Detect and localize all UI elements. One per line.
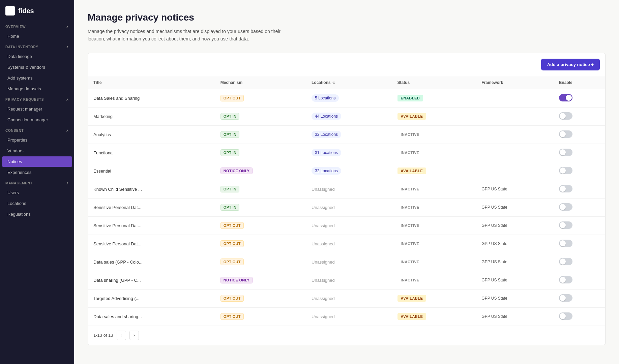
sidebar-item-properties[interactable]: Properties — [2, 135, 72, 145]
cell-framework: GPP US State — [476, 198, 554, 216]
cell-enable — [554, 253, 605, 271]
status-badge: AVAILABLE — [397, 113, 426, 120]
add-notice-button[interactable]: Add a privacy notice + — [541, 59, 600, 70]
sidebar-item-experiences[interactable]: Experiences — [2, 167, 72, 178]
enable-toggle[interactable] — [559, 94, 572, 101]
mechanism-badge: OPT IN — [220, 113, 239, 120]
cell-locations: 32 Locations — [306, 125, 392, 144]
enable-toggle[interactable] — [559, 276, 572, 283]
sidebar-section-data-inventory: DATA INVENTORY∧ — [0, 42, 74, 51]
sidebar-item-request-manager[interactable]: Request manager — [2, 104, 72, 114]
col-header-locations[interactable]: Locations⇅ — [306, 76, 392, 89]
cell-title: Known Child Sensitive ... — [88, 180, 215, 198]
pagination-label: 1-13 of 13 — [93, 333, 113, 338]
cell-status: INACTIVE — [392, 198, 476, 216]
sidebar-item-home[interactable]: Home — [2, 31, 72, 41]
enable-toggle[interactable] — [559, 221, 572, 229]
cell-mechanism: NOTICE ONLY — [215, 162, 306, 180]
enable-toggle[interactable] — [559, 112, 572, 120]
cell-mechanism: OPT IN — [215, 125, 306, 144]
cell-title: Sensitive Personal Dat... — [88, 216, 215, 235]
cell-mechanism: OPT IN — [215, 198, 306, 216]
pagination-prev[interactable]: ‹ — [117, 331, 126, 340]
cell-title: Sensitive Personal Dat... — [88, 235, 215, 253]
table-row[interactable]: Data sales and sharing...OPT OUTUnassign… — [88, 307, 605, 326]
sidebar-item-vendors[interactable]: Vendors — [2, 146, 72, 156]
table-row[interactable]: Sensitive Personal Dat...OPT OUTUnassign… — [88, 216, 605, 235]
sidebar-section-overview: OVERVIEW∧ — [0, 22, 74, 31]
status-badge: INACTIVE — [397, 277, 423, 283]
location-badge[interactable]: 5 Locations — [312, 94, 339, 102]
cell-mechanism: OPT OUT — [215, 253, 306, 271]
location-badge[interactable]: 31 Locations — [312, 149, 341, 156]
table-header-bar: Add a privacy notice + — [88, 53, 605, 76]
table-row[interactable]: Data Sales and SharingOPT OUT5 Locations… — [88, 89, 605, 107]
table-row[interactable]: EssentialNOTICE ONLY32 LocationsAVAILABL… — [88, 162, 605, 180]
cell-enable — [554, 162, 605, 180]
col-header-framework: Framework — [476, 76, 554, 89]
cell-status: INACTIVE — [392, 125, 476, 144]
enable-toggle[interactable] — [559, 185, 572, 192]
table-row[interactable]: Data sharing (GPP - C...NOTICE ONLYUnass… — [88, 271, 605, 289]
sidebar-section-privacy-requests: PRIVACY REQUESTS∧ — [0, 94, 74, 103]
cell-enable — [554, 271, 605, 289]
status-badge: INACTIVE — [397, 186, 423, 192]
sidebar: fides OVERVIEW∧HomeDATA INVENTORY∧Data l… — [0, 0, 74, 364]
table-row[interactable]: MarketingOPT IN44 LocationsAVAILABLE — [88, 107, 605, 125]
cell-mechanism: OPT IN — [215, 180, 306, 198]
cell-enable — [554, 125, 605, 144]
cell-mechanism: OPT OUT — [215, 289, 306, 307]
pagination: 1-13 of 13 ‹ › — [88, 326, 605, 345]
table-row[interactable]: Data sales (GPP - Colo...OPT OUTUnassign… — [88, 253, 605, 271]
status-badge: ENABLED — [397, 95, 423, 101]
cell-title: Analytics — [88, 125, 215, 144]
logo-text: fides — [18, 7, 34, 15]
sidebar-item-connection-manager[interactable]: Connection manager — [2, 115, 72, 125]
cell-status: INACTIVE — [392, 216, 476, 235]
sidebar-item-regulations[interactable]: Regulations — [2, 209, 72, 219]
status-badge: INACTIVE — [397, 131, 423, 138]
table-row[interactable]: Known Child Sensitive ...OPT INUnassigne… — [88, 180, 605, 198]
sidebar-item-systems-vendors[interactable]: Systems & vendors — [2, 62, 72, 72]
sidebar-item-manage-datasets[interactable]: Manage datasets — [2, 84, 72, 94]
enable-toggle[interactable] — [559, 312, 572, 320]
table-row[interactable]: AnalyticsOPT IN32 LocationsINACTIVE — [88, 125, 605, 144]
sidebar-item-data-lineage[interactable]: Data lineage — [2, 51, 72, 62]
status-badge: INACTIVE — [397, 259, 423, 265]
cell-locations: Unassigned — [306, 180, 392, 198]
cell-framework: GPP US State — [476, 289, 554, 307]
location-badge[interactable]: 32 Locations — [312, 167, 341, 175]
table-row[interactable]: Sensitive Personal Dat...OPT OUTUnassign… — [88, 235, 605, 253]
cell-enable — [554, 235, 605, 253]
enable-toggle[interactable] — [559, 203, 572, 211]
cell-locations: Unassigned — [306, 235, 392, 253]
mechanism-badge: NOTICE ONLY — [220, 168, 253, 174]
sidebar-item-locations[interactable]: Locations — [2, 198, 72, 209]
table-row[interactable]: Sensitive Personal Dat...OPT INUnassigne… — [88, 198, 605, 216]
enable-toggle[interactable] — [559, 294, 572, 302]
sidebar-item-notices[interactable]: Notices — [2, 156, 72, 167]
mechanism-badge: OPT IN — [220, 204, 239, 211]
mechanism-badge: OPT OUT — [220, 295, 244, 302]
col-header-mechanism: Mechanism — [215, 76, 306, 89]
enable-toggle[interactable] — [559, 149, 572, 156]
cell-title: Targeted Advertising (... — [88, 289, 215, 307]
cell-status: ENABLED — [392, 89, 476, 107]
cell-enable — [554, 144, 605, 162]
enable-toggle[interactable] — [559, 130, 572, 138]
enable-toggle[interactable] — [559, 167, 572, 174]
location-badge[interactable]: 44 Locations — [312, 113, 341, 120]
sidebar-item-users[interactable]: Users — [2, 187, 72, 198]
cell-locations: Unassigned — [306, 289, 392, 307]
enable-toggle[interactable] — [559, 240, 572, 247]
location-badge[interactable]: 32 Locations — [312, 131, 341, 138]
pagination-next[interactable]: › — [129, 331, 139, 340]
cell-mechanism: OPT IN — [215, 144, 306, 162]
col-header-status: Status — [392, 76, 476, 89]
app-logo: fides — [0, 0, 74, 22]
logo-box — [5, 6, 15, 16]
enable-toggle[interactable] — [559, 258, 572, 265]
sidebar-item-add-systems[interactable]: Add systems — [2, 73, 72, 83]
table-row[interactable]: FunctionalOPT IN31 LocationsINACTIVE — [88, 144, 605, 162]
table-row[interactable]: Targeted Advertising (...OPT OUTUnassign… — [88, 289, 605, 307]
